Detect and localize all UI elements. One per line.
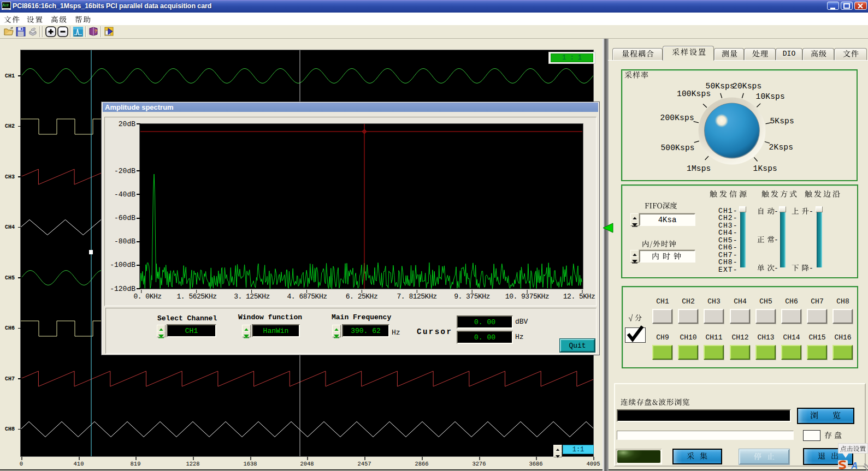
svg-text:?: ? — [95, 28, 98, 34]
svg-text:A: A — [851, 461, 858, 471]
